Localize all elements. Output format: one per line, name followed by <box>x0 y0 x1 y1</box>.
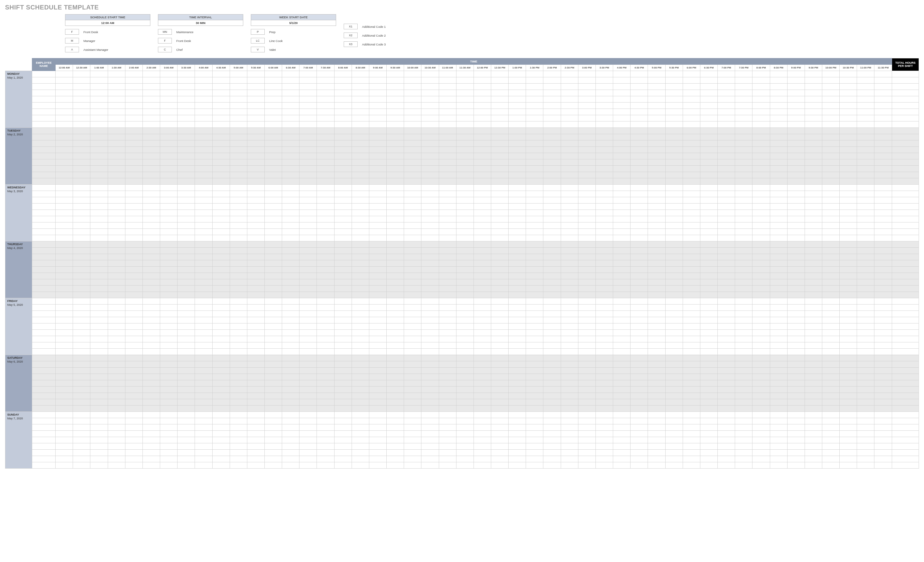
shift-cell[interactable] <box>125 71 142 77</box>
shift-cell[interactable] <box>787 77 805 84</box>
shift-cell[interactable] <box>334 159 352 166</box>
employee-cell[interactable] <box>32 235 55 241</box>
shift-cell[interactable] <box>317 273 334 279</box>
shift-cell[interactable] <box>596 248 613 254</box>
shift-cell[interactable] <box>247 216 264 223</box>
shift-cell[interactable] <box>857 121 874 128</box>
shift-cell[interactable] <box>753 216 770 223</box>
shift-cell[interactable] <box>422 159 439 166</box>
shift-cell[interactable] <box>682 166 700 172</box>
shift-cell[interactable] <box>352 285 369 292</box>
shift-cell[interactable] <box>90 140 108 147</box>
shift-cell[interactable] <box>822 330 839 336</box>
shift-cell[interactable] <box>822 292 839 298</box>
shift-cell[interactable] <box>665 96 682 103</box>
shift-cell[interactable] <box>508 260 526 267</box>
shift-cell[interactable] <box>735 241 753 248</box>
shift-cell[interactable] <box>108 109 125 115</box>
shift-cell[interactable] <box>334 191 352 197</box>
shift-cell[interactable] <box>317 317 334 323</box>
shift-cell[interactable] <box>352 374 369 380</box>
shift-cell[interactable] <box>264 109 282 115</box>
shift-cell[interactable] <box>543 77 561 84</box>
shift-cell[interactable] <box>874 84 892 90</box>
shift-cell[interactable] <box>195 203 212 210</box>
shift-cell[interactable] <box>125 109 142 115</box>
shift-cell[interactable] <box>700 103 717 109</box>
shift-cell[interactable] <box>73 260 90 267</box>
shift-cell[interactable] <box>753 172 770 178</box>
shift-cell[interactable] <box>665 380 682 387</box>
shift-cell[interactable] <box>404 317 422 323</box>
shift-cell[interactable] <box>282 203 300 210</box>
shift-cell[interactable] <box>90 437 108 443</box>
shift-cell[interactable] <box>108 241 125 248</box>
shift-cell[interactable] <box>369 368 386 374</box>
shift-cell[interactable] <box>578 431 596 437</box>
shift-cell[interactable] <box>682 450 700 456</box>
shift-cell[interactable] <box>874 147 892 153</box>
shift-cell[interactable] <box>874 103 892 109</box>
shift-cell[interactable] <box>857 387 874 393</box>
shift-cell[interactable] <box>753 361 770 368</box>
shift-cell[interactable] <box>474 361 491 368</box>
shift-cell[interactable] <box>613 267 630 273</box>
shift-cell[interactable] <box>282 431 300 437</box>
shift-cell[interactable] <box>195 254 212 260</box>
shift-cell[interactable] <box>700 285 717 292</box>
shift-cell[interactable] <box>648 462 665 469</box>
shift-cell[interactable] <box>387 273 404 279</box>
shift-cell[interactable] <box>369 203 386 210</box>
shift-cell[interactable] <box>596 374 613 380</box>
shift-cell[interactable] <box>247 349 264 355</box>
shift-cell[interactable] <box>142 399 160 405</box>
shift-cell[interactable] <box>874 153 892 159</box>
shift-cell[interactable] <box>456 323 474 330</box>
shift-cell[interactable] <box>840 437 857 443</box>
shift-cell[interactable] <box>352 342 369 349</box>
shift-cell[interactable] <box>247 443 264 450</box>
shift-cell[interactable] <box>212 317 230 323</box>
shift-cell[interactable] <box>108 292 125 298</box>
shift-cell[interactable] <box>700 405 717 412</box>
shift-cell[interactable] <box>90 223 108 229</box>
shift-cell[interactable] <box>456 405 474 412</box>
employee-cell[interactable] <box>32 412 55 418</box>
shift-cell[interactable] <box>195 450 212 456</box>
shift-cell[interactable] <box>247 128 264 134</box>
shift-cell[interactable] <box>491 355 508 361</box>
shift-cell[interactable] <box>770 115 787 121</box>
shift-cell[interactable] <box>700 368 717 374</box>
shift-cell[interactable] <box>857 273 874 279</box>
shift-cell[interactable] <box>212 424 230 431</box>
shift-cell[interactable] <box>682 387 700 393</box>
shift-cell[interactable] <box>474 380 491 387</box>
shift-cell[interactable] <box>160 260 177 267</box>
shift-cell[interactable] <box>264 185 282 191</box>
shift-cell[interactable] <box>230 71 247 77</box>
shift-cell[interactable] <box>735 128 753 134</box>
shift-cell[interactable] <box>404 431 422 437</box>
shift-cell[interactable] <box>578 368 596 374</box>
shift-cell[interactable] <box>508 185 526 191</box>
shift-cell[interactable] <box>422 210 439 216</box>
shift-cell[interactable] <box>369 431 386 437</box>
shift-cell[interactable] <box>177 311 195 317</box>
shift-cell[interactable] <box>334 140 352 147</box>
shift-cell[interactable] <box>596 285 613 292</box>
shift-cell[interactable] <box>787 115 805 121</box>
shift-cell[interactable] <box>857 399 874 405</box>
shift-cell[interactable] <box>90 109 108 115</box>
shift-cell[interactable] <box>718 349 735 355</box>
shift-cell[interactable] <box>718 285 735 292</box>
shift-cell[interactable] <box>770 456 787 462</box>
shift-cell[interactable] <box>753 185 770 191</box>
shift-cell[interactable] <box>665 103 682 109</box>
shift-cell[interactable] <box>422 374 439 380</box>
shift-cell[interactable] <box>526 147 543 153</box>
shift-cell[interactable] <box>682 393 700 399</box>
shift-cell[interactable] <box>840 336 857 342</box>
shift-cell[interactable] <box>491 103 508 109</box>
shift-cell[interactable] <box>718 424 735 431</box>
shift-cell[interactable] <box>857 96 874 103</box>
